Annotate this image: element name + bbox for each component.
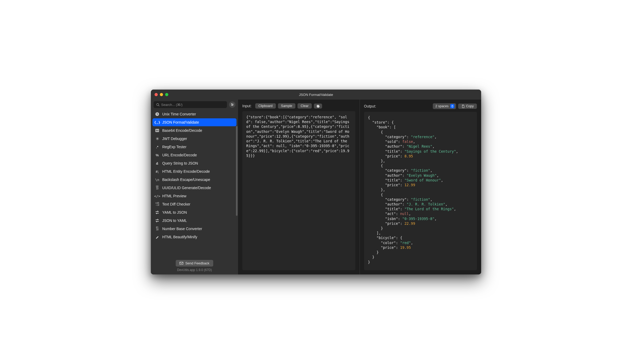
sidebar-item[interactable]: JSON to YAML bbox=[152, 217, 236, 225]
send-feedback-label: Send Feedback bbox=[185, 261, 209, 265]
gear-icon bbox=[316, 104, 320, 108]
tool-list: Unix Time Converter{,}JSON Format/Valida… bbox=[151, 110, 238, 258]
send-feedback-button[interactable]: Send Feedback bbox=[176, 260, 213, 267]
wand-icon bbox=[155, 235, 160, 239]
main-content: Input: Clipboard Sample Clear {"store":{… bbox=[238, 100, 481, 274]
copy-icon bbox=[461, 105, 464, 108]
regex-icon: .* bbox=[155, 144, 160, 149]
sidebar-item-label: RegExp Tester bbox=[162, 145, 187, 149]
html-tag-icon: </> bbox=[155, 194, 160, 198]
output-pane: Output: 2 spaces Copy { bbox=[360, 100, 481, 274]
sidebar-item[interactable]: #;HTML Entity Encode/Decode bbox=[152, 167, 236, 175]
swap-icon bbox=[155, 218, 160, 223]
search-input-wrap[interactable] bbox=[154, 101, 227, 108]
sidebar-item-label: Backslash Escape/Unescape bbox=[162, 178, 210, 182]
sidebar: Unix Time Converter{,}JSON Format/Valida… bbox=[151, 100, 238, 274]
diff-icon: +ab-cd bbox=[155, 202, 160, 207]
json-braces-icon: {,} bbox=[155, 120, 160, 125]
indent-select[interactable]: 2 spaces bbox=[433, 103, 456, 109]
base64-icon: 64 bbox=[155, 128, 160, 133]
sidebar-item-label: JSON Format/Validate bbox=[162, 120, 199, 124]
sidebar-scrollbar[interactable] bbox=[236, 126, 238, 216]
sidebar-item-label: Number Base Converter bbox=[162, 227, 202, 231]
output-label: Output: bbox=[364, 104, 376, 108]
copy-button[interactable]: Copy bbox=[458, 104, 477, 109]
sidebar-item-label: URL Encode/Decode bbox=[162, 153, 197, 157]
sample-button[interactable]: Sample bbox=[278, 103, 295, 109]
titlebar: JSON Format/Validate bbox=[151, 90, 481, 100]
input-pane: Input: Clipboard Sample Clear {"store":{… bbox=[238, 100, 360, 274]
sidebar-item[interactable]: 0110Number Base Converter bbox=[152, 225, 236, 233]
sidebar-item[interactable]: UUIDUUID/ULID Generate/Decode bbox=[152, 184, 236, 192]
binary-icon: 0110 bbox=[155, 226, 160, 231]
chevron-updown-icon bbox=[450, 104, 454, 108]
output-text: { "store": { "book": [ { "category": "re… bbox=[368, 115, 473, 264]
sidebar-item-label: Unix Time Converter bbox=[162, 112, 196, 116]
sidebar-item-label: HTML Entity Encode/Decode bbox=[162, 169, 210, 174]
sidebar-item[interactable]: ✳︎JWT Debugger bbox=[152, 135, 236, 143]
sliders-icon bbox=[231, 103, 234, 106]
indent-select-value: 2 spaces bbox=[435, 104, 449, 108]
sidebar-item-label: Query String to JSON bbox=[162, 161, 198, 165]
sidebar-item-label: HTML Preview bbox=[162, 194, 186, 198]
svg-point-7 bbox=[232, 105, 232, 106]
sidebar-item-label: JSON to YAML bbox=[162, 218, 187, 223]
sidebar-item-label: UUID/ULID Generate/Decode bbox=[162, 186, 211, 190]
svg-point-6 bbox=[233, 104, 233, 105]
sidebar-item-label: Text Diff Checker bbox=[162, 202, 190, 206]
envelope-icon bbox=[179, 262, 183, 265]
clear-button[interactable]: Clear bbox=[298, 103, 312, 109]
sidebar-item-label: HTML Beautify/Minify bbox=[162, 235, 197, 239]
search-input[interactable] bbox=[161, 103, 224, 107]
svg-line-1 bbox=[159, 105, 159, 106]
svg-rect-9 bbox=[180, 262, 183, 264]
window-title: JSON Format/Validate bbox=[151, 93, 481, 97]
window-minimize-button[interactable] bbox=[160, 93, 163, 96]
sidebar-item[interactable]: </>HTML Preview bbox=[152, 192, 236, 200]
copy-label: Copy bbox=[466, 104, 474, 108]
window-close-button[interactable] bbox=[155, 93, 158, 96]
sidebar-item[interactable]: %URL Encode/Decode bbox=[152, 151, 236, 159]
svg-point-5 bbox=[231, 104, 232, 104]
sidebar-item-label: JWT Debugger bbox=[162, 137, 187, 141]
traffic-lights bbox=[151, 93, 168, 96]
sidebar-item[interactable]: .*RegExp Tester bbox=[152, 143, 236, 151]
sidebar-item[interactable]: +ab-cdText Diff Checker bbox=[152, 200, 236, 208]
output-view[interactable]: { "store": { "book": [ { "category": "re… bbox=[364, 112, 477, 270]
clipboard-button[interactable]: Clipboard bbox=[255, 103, 276, 109]
filter-settings-button[interactable] bbox=[229, 101, 235, 108]
input-settings-button[interactable] bbox=[314, 104, 322, 109]
app-body: Unix Time Converter{,}JSON Format/Valida… bbox=[151, 100, 481, 274]
input-label: Input: bbox=[242, 104, 252, 108]
jwt-icon: ✳︎ bbox=[155, 136, 160, 141]
svg-rect-10 bbox=[462, 105, 464, 108]
app-version: DevUtils.app 1.9.0 (67D) bbox=[151, 268, 238, 272]
backslash-icon: \n bbox=[155, 177, 160, 182]
sidebar-item[interactable]: \nBackslash Escape/Unescape bbox=[152, 176, 236, 184]
app-window: JSON Format/Validate Unix Time Converter… bbox=[151, 90, 481, 274]
sidebar-item[interactable]: HTML Beautify/Minify bbox=[152, 233, 236, 241]
window-zoom-button[interactable] bbox=[165, 93, 168, 96]
swap-icon bbox=[155, 210, 160, 215]
input-textarea[interactable]: {"store":{"book":[{"category":"reference… bbox=[242, 111, 355, 270]
hash-icon: #; bbox=[155, 169, 160, 174]
search-icon bbox=[156, 103, 160, 106]
uuid-icon: UUID bbox=[155, 185, 160, 190]
input-text: {"store":{"book":[{"category":"reference… bbox=[246, 115, 351, 158]
clock-icon bbox=[155, 112, 160, 116]
sidebar-item[interactable]: Unix Time Converter bbox=[152, 110, 236, 118]
ampersand-icon: & bbox=[155, 161, 160, 166]
sidebar-item-label: YAML to JSON bbox=[162, 210, 187, 214]
svg-point-0 bbox=[157, 103, 159, 105]
sidebar-item[interactable]: 64Base64 Encode/Decode bbox=[152, 127, 236, 134]
sidebar-item-label: Base64 Encode/Decode bbox=[162, 128, 202, 133]
sidebar-item[interactable]: &Query String to JSON bbox=[152, 159, 236, 167]
sidebar-item[interactable]: YAML to JSON bbox=[152, 208, 236, 216]
sidebar-item[interactable]: {,}JSON Format/Validate bbox=[152, 118, 236, 126]
percent-icon: % bbox=[155, 153, 160, 157]
